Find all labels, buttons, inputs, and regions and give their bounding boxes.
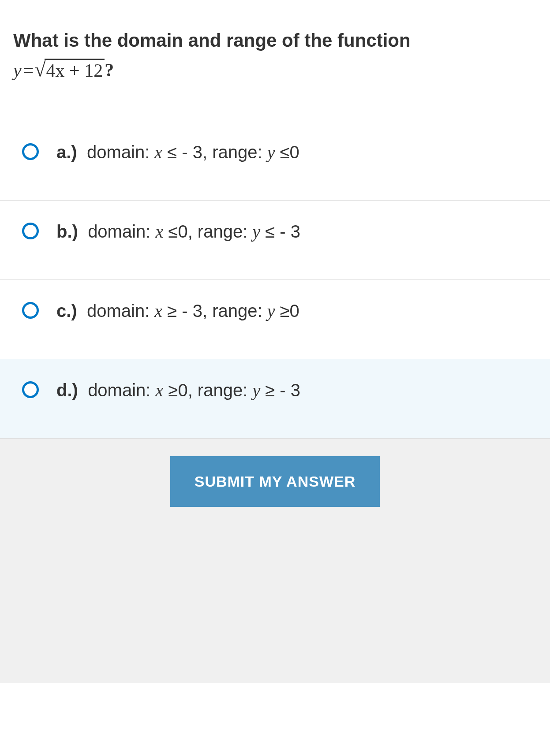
sqrt-icon: √ 4x + 12 bbox=[34, 59, 105, 81]
answer-option-a[interactable]: a.) domain: x ≤ - 3, range: y ≤0 bbox=[0, 121, 550, 201]
answer-math: domain: x ≥ - 3, range: y ≥0 bbox=[82, 301, 299, 320]
answer-text: a.) domain: x ≤ - 3, range: y ≤0 bbox=[56, 140, 299, 165]
answer-label: b.) bbox=[56, 222, 78, 241]
answer-math: domain: x ≤ - 3, range: y ≤0 bbox=[82, 142, 299, 162]
answer-option-c[interactable]: c.) domain: x ≥ - 3, range: y ≥0 bbox=[0, 280, 550, 359]
answer-option-d[interactable]: d.) domain: x ≥0, range: y ≥ - 3 bbox=[0, 359, 550, 439]
submit-area: SUBMIT MY ANSWER bbox=[0, 439, 550, 683]
submit-button[interactable]: SUBMIT MY ANSWER bbox=[170, 456, 380, 507]
radio-button[interactable] bbox=[22, 223, 39, 239]
question-prompt: What is the domain and range of the func… bbox=[13, 26, 537, 54]
radical-sign: √ bbox=[34, 60, 45, 82]
radicand: 4x + 12 bbox=[45, 59, 105, 81]
equation-y: y bbox=[13, 60, 22, 81]
answer-text: d.) domain: x ≥0, range: y ≥ - 3 bbox=[56, 378, 300, 403]
answer-math: domain: x ≤0, range: y ≤ - 3 bbox=[83, 222, 300, 241]
radio-button[interactable] bbox=[22, 302, 39, 319]
answer-label: d.) bbox=[56, 380, 78, 400]
answer-text: b.) domain: x ≤0, range: y ≤ - 3 bbox=[56, 219, 300, 244]
answer-text: c.) domain: x ≥ - 3, range: y ≥0 bbox=[56, 298, 299, 324]
question-area: What is the domain and range of the func… bbox=[0, 0, 550, 121]
equation-qmark: ? bbox=[105, 60, 114, 81]
answer-label: c.) bbox=[56, 301, 77, 320]
answer-math: domain: x ≥0, range: y ≥ - 3 bbox=[83, 380, 300, 400]
radio-button[interactable] bbox=[22, 143, 39, 160]
equation-equals: = bbox=[23, 60, 34, 81]
answer-option-b[interactable]: b.) domain: x ≤0, range: y ≤ - 3 bbox=[0, 201, 550, 280]
answers-list: a.) domain: x ≤ - 3, range: y ≤0 b.) dom… bbox=[0, 121, 550, 439]
answer-label: a.) bbox=[56, 142, 77, 162]
question-equation: y = √ 4x + 12 ? bbox=[13, 59, 537, 81]
radio-button[interactable] bbox=[22, 381, 39, 398]
